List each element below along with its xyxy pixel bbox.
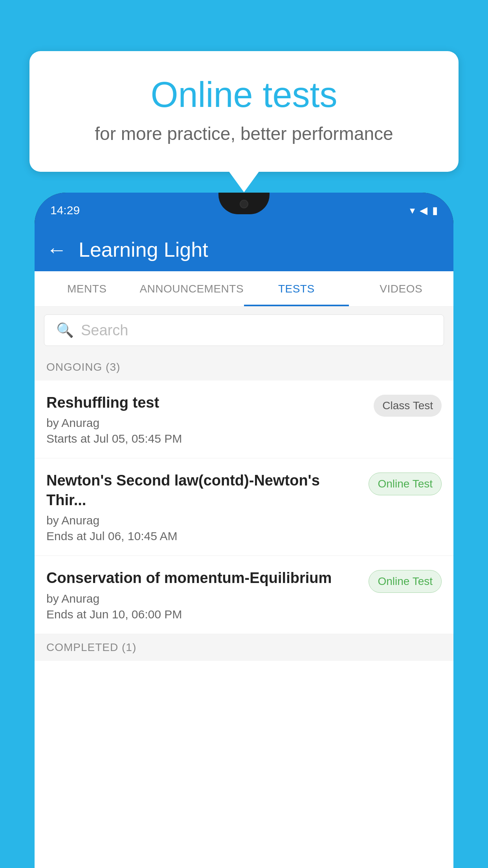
test-author: by Anurag bbox=[46, 514, 361, 527]
search-container: 🔍 Search bbox=[35, 307, 453, 354]
tab-videos[interactable]: VIDEOS bbox=[349, 271, 454, 306]
bubble-title: Online tests bbox=[61, 75, 427, 115]
test-badge-online: Online Test bbox=[369, 473, 442, 495]
test-title: Newton's Second law(contd)-Newton's Thir… bbox=[46, 471, 361, 510]
test-info: Newton's Second law(contd)-Newton's Thir… bbox=[46, 471, 369, 543]
status-bar: 14:29 ▾ ◀ ▮ bbox=[35, 193, 453, 228]
phone-notch bbox=[218, 193, 270, 214]
ongoing-section-header: ONGOING (3) bbox=[35, 354, 453, 381]
phone-screen: ← Learning Light MENTS ANNOUNCEMENTS TES… bbox=[35, 228, 453, 868]
test-badge-class: Class Test bbox=[374, 395, 442, 417]
phone-frame: 14:29 ▾ ◀ ▮ ← Learning Light MENTS ANNOU… bbox=[35, 193, 453, 868]
status-icons: ▾ ◀ ▮ bbox=[410, 204, 438, 217]
status-time: 14:29 bbox=[50, 204, 80, 217]
test-title: Conservation of momentum-Equilibrium bbox=[46, 568, 361, 588]
test-item[interactable]: Newton's Second law(contd)-Newton's Thir… bbox=[35, 458, 453, 556]
search-placeholder: Search bbox=[81, 322, 128, 339]
completed-section-header: COMPLETED (1) bbox=[35, 634, 453, 661]
signal-icon: ◀ bbox=[420, 204, 427, 217]
front-camera bbox=[240, 200, 248, 208]
test-time: Starts at Jul 05, 05:45 PM bbox=[46, 432, 366, 445]
test-time: Ends at Jul 06, 10:45 AM bbox=[46, 530, 361, 543]
wifi-icon: ▾ bbox=[410, 204, 415, 217]
promo-bubble: Online tests for more practice, better p… bbox=[29, 51, 459, 172]
test-info: Conservation of momentum-Equilibrium by … bbox=[46, 568, 369, 621]
tab-ments[interactable]: MENTS bbox=[35, 271, 139, 306]
test-author: by Anurag bbox=[46, 592, 361, 605]
tab-tests[interactable]: TESTS bbox=[244, 271, 349, 306]
tabs-bar: MENTS ANNOUNCEMENTS TESTS VIDEOS bbox=[35, 271, 453, 307]
test-time: Ends at Jun 10, 06:00 PM bbox=[46, 608, 361, 621]
battery-icon: ▮ bbox=[432, 204, 438, 217]
test-info: Reshuffling test by Anurag Starts at Jul… bbox=[46, 393, 374, 445]
test-title: Reshuffling test bbox=[46, 393, 366, 412]
tests-list: Reshuffling test by Anurag Starts at Jul… bbox=[35, 381, 453, 634]
test-item[interactable]: Conservation of momentum-Equilibrium by … bbox=[35, 556, 453, 634]
app-title: Learning Light bbox=[79, 238, 208, 261]
bubble-subtitle: for more practice, better performance bbox=[61, 123, 427, 144]
search-bar[interactable]: 🔍 Search bbox=[44, 314, 444, 346]
back-button[interactable]: ← bbox=[46, 238, 67, 261]
test-badge-online-2: Online Test bbox=[369, 570, 442, 593]
test-item[interactable]: Reshuffling test by Anurag Starts at Jul… bbox=[35, 381, 453, 458]
search-icon: 🔍 bbox=[56, 322, 74, 338]
tab-announcements[interactable]: ANNOUNCEMENTS bbox=[139, 271, 244, 306]
test-author: by Anurag bbox=[46, 416, 366, 430]
app-header: ← Learning Light bbox=[35, 228, 453, 271]
